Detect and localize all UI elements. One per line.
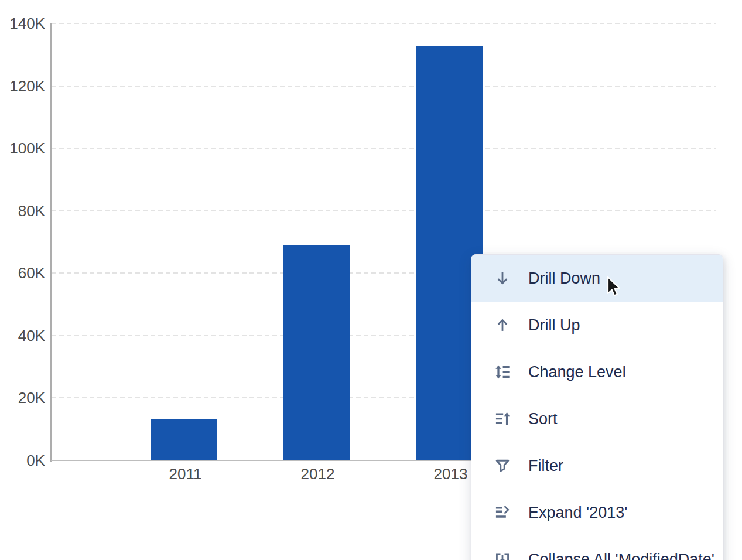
menu-item-label: Collapse All 'ModifiedDate'	[528, 551, 714, 560]
gridline	[52, 148, 716, 149]
context-menu: Drill Down Drill Up Change Level	[471, 254, 723, 560]
filter-icon	[494, 457, 511, 474]
x-axis-label-2011: 2011	[145, 465, 227, 483]
menu-item-label: Change Level	[528, 363, 626, 381]
menu-item-label: Sort	[528, 410, 558, 428]
y-axis-tick-label: 140K	[0, 14, 45, 33]
bar-2012[interactable]	[283, 245, 350, 460]
y-axis-tick-label: 60K	[0, 264, 45, 282]
gridline	[52, 23, 716, 24]
mouse-cursor-icon	[606, 276, 622, 299]
menu-item-filter[interactable]: Filter	[471, 442, 723, 489]
menu-item-drill-up[interactable]: Drill Up	[471, 302, 723, 349]
app-canvas: 0K20K40K60K80K100K120K140K201120122013 D…	[0, 0, 742, 560]
y-axis-tick-label: 120K	[0, 77, 45, 95]
change-level-icon	[494, 364, 511, 380]
gridline	[52, 86, 716, 87]
menu-item-label: Expand '2013'	[528, 504, 627, 522]
collapse-all-icon	[494, 551, 511, 560]
menu-item-drill-down[interactable]: Drill Down	[471, 255, 723, 302]
menu-item-collapse-all[interactable]: Collapse All 'ModifiedDate'	[471, 536, 723, 560]
y-axis-tick-label: 20K	[0, 388, 45, 407]
y-axis-tick-label: 0K	[0, 451, 45, 470]
menu-item-sort[interactable]: Sort	[471, 395, 723, 442]
menu-item-label: Filter	[528, 457, 563, 475]
x-axis-label-2012: 2012	[277, 465, 359, 483]
y-axis-tick-label: 80K	[0, 202, 45, 220]
expand-icon	[494, 504, 511, 521]
gridline	[52, 210, 716, 211]
y-axis-tick-label: 100K	[0, 139, 45, 158]
y-axis-line	[50, 23, 52, 462]
menu-item-label: Drill Down	[528, 269, 600, 288]
menu-item-change-level[interactable]: Change Level	[471, 349, 723, 395]
drill-down-icon	[494, 270, 511, 286]
y-axis-tick-label: 40K	[0, 326, 45, 345]
drill-up-icon	[494, 317, 511, 333]
menu-item-label: Drill Up	[528, 316, 580, 334]
bar-2011[interactable]	[151, 419, 217, 460]
menu-item-expand[interactable]: Expand '2013'	[471, 489, 723, 536]
sort-icon	[494, 411, 511, 427]
